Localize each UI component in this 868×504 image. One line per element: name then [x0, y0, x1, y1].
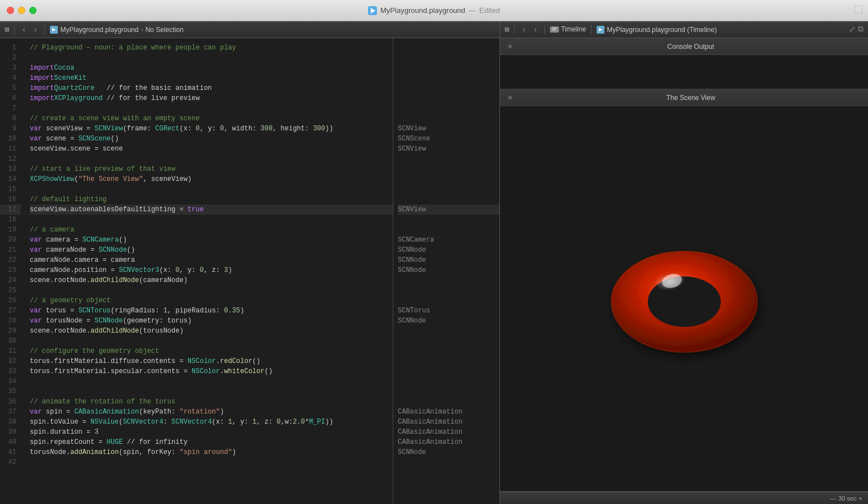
- resize-icon[interactable]: [855, 6, 862, 16]
- line-number: 37: [0, 407, 21, 417]
- code-line[interactable]: [30, 184, 393, 194]
- code-line[interactable]: torusNode.addAnimation(spin, forKey: "sp…: [30, 447, 393, 457]
- code-line[interactable]: [30, 215, 393, 225]
- line-number: 8: [0, 113, 21, 124]
- result-line: [398, 73, 499, 83]
- code-line[interactable]: var spin = CABasicAnimation(keyPath: "ro…: [30, 407, 393, 417]
- timeline-filename[interactable]: MyPlayground.playground (Timeline): [607, 26, 717, 34]
- minimize-button[interactable]: [18, 7, 25, 14]
- code-line[interactable]: scene.rootNode.addChildNode(torusNode): [30, 326, 393, 336]
- line-number: 5: [0, 83, 21, 93]
- grid-icon[interactable]: ⊞: [4, 25, 9, 34]
- code-line[interactable]: var scene = SCNScene(): [30, 134, 393, 144]
- result-value: SCNView: [398, 205, 426, 215]
- maximize-button[interactable]: [29, 7, 37, 14]
- scene-close-button[interactable]: ✕: [506, 93, 515, 102]
- code-line[interactable]: var torus = SCNTorus(ringRadius: 1, pipe…: [30, 306, 393, 316]
- line-number: 40: [0, 437, 21, 447]
- torus-scene: [589, 215, 780, 383]
- code-line[interactable]: sceneView.autoenablesDefaultLighting = t…: [30, 205, 393, 215]
- code-line[interactable]: import XCPlayground // for the live prev…: [30, 93, 393, 103]
- code-line[interactable]: spin.repeatCount = HUGE // for infinity: [30, 437, 393, 447]
- code-line[interactable]: import SceneKit: [30, 73, 393, 83]
- result-line: [398, 387, 499, 397]
- console-close-button[interactable]: ✕: [506, 42, 515, 51]
- right-back-button[interactable]: ‹: [520, 25, 528, 34]
- code-line[interactable]: [30, 103, 393, 113]
- breadcrumb-selection[interactable]: No Selection: [146, 26, 184, 34]
- result-line: CABasicAnimation: [398, 437, 499, 447]
- code-line[interactable]: var camera = SCNCamera(): [30, 235, 393, 245]
- result-value: CABasicAnimation: [398, 427, 462, 437]
- result-value: SCNView: [398, 124, 426, 134]
- result-line: [398, 113, 499, 124]
- code-line[interactable]: [30, 376, 393, 387]
- code-line[interactable]: import QuartzCore // for the basic anima…: [30, 83, 393, 93]
- timeline-icon: [550, 25, 559, 34]
- forward-button[interactable]: ›: [31, 25, 39, 34]
- line-number: 11: [0, 144, 21, 154]
- timeline-icon-wrap: Timeline: [550, 25, 586, 34]
- code-line[interactable]: cameraNode.camera = camera: [30, 255, 393, 265]
- window-controls[interactable]: [7, 7, 37, 14]
- code-line[interactable]: spin.toValue = NSValue(SCNVector4: SCNVe…: [30, 417, 393, 427]
- result-line: SCNNode: [398, 265, 499, 275]
- line-number: 6: [0, 93, 21, 103]
- code-line[interactable]: torus.firstMaterial.diffuse.contents = N…: [30, 356, 393, 366]
- code-line[interactable]: sceneView.scene = scene: [30, 144, 393, 154]
- title-status: —: [469, 6, 476, 15]
- back-button[interactable]: ‹: [20, 25, 28, 34]
- code-line[interactable]: // default lighting: [30, 194, 393, 205]
- output-panels: ✕ Console Output ✕ The Scene View: [500, 38, 868, 492]
- editor-content: 1234567891011121314151617181920212223242…: [0, 38, 499, 504]
- result-line: [398, 285, 499, 296]
- right-divider-2: [544, 25, 545, 34]
- code-line[interactable]: [30, 336, 393, 346]
- code-line[interactable]: [30, 387, 393, 397]
- right-divider-1: [514, 25, 515, 34]
- result-value: SCNTorus: [398, 306, 430, 316]
- close-button[interactable]: [7, 7, 14, 14]
- code-line[interactable]: [30, 457, 393, 467]
- code-line[interactable]: // animate the rotation of the torus: [30, 397, 393, 407]
- code-line[interactable]: var cameraNode = SCNNode(): [30, 245, 393, 255]
- code-line[interactable]: cameraNode.position = SCNVector3(x: 0, y…: [30, 265, 393, 275]
- code-line[interactable]: // a geometry object: [30, 296, 393, 306]
- result-line: [398, 63, 499, 73]
- code-area[interactable]: // Playground – noun: a place where peop…: [25, 38, 393, 504]
- timeline-label[interactable]: Timeline: [561, 25, 586, 33]
- line-number: 24: [0, 275, 21, 285]
- code-line[interactable]: // a camera: [30, 225, 393, 235]
- titlebar: MyPlayground.playground — Edited: [0, 0, 868, 21]
- file-icon: ▶: [50, 26, 58, 34]
- code-line[interactable]: var torusNode = SCNNode(geometry: torus): [30, 316, 393, 326]
- code-line[interactable]: // configure the geometry object: [30, 346, 393, 356]
- code-line[interactable]: XCPShowView("The Scene View", sceneView): [30, 174, 393, 184]
- code-line[interactable]: var sceneView = SCNView(frame: CGRect(x:…: [30, 124, 393, 134]
- breadcrumb-file[interactable]: ▶ MyPlayground.playground: [50, 26, 138, 34]
- result-line: [398, 174, 499, 184]
- scene-panel-title: The Scene View: [519, 94, 862, 102]
- code-line[interactable]: [30, 154, 393, 164]
- expand-icon[interactable]: ⤢: [849, 25, 856, 34]
- result-value: SCNNode: [398, 316, 426, 326]
- line-number: 1: [0, 43, 21, 53]
- right-grid-icon[interactable]: ⊞: [505, 25, 509, 34]
- code-line[interactable]: [30, 53, 393, 63]
- code-line[interactable]: // Playground – noun: a place where peop…: [30, 43, 393, 53]
- right-forward-button[interactable]: ›: [531, 25, 539, 34]
- code-line[interactable]: [30, 285, 393, 296]
- result-line: CABasicAnimation: [398, 427, 499, 437]
- split-icon[interactable]: ⧉: [858, 25, 864, 34]
- code-line[interactable]: // start a live preview of that view: [30, 164, 393, 174]
- breadcrumb-filename[interactable]: MyPlayground.playground: [60, 26, 138, 34]
- code-line[interactable]: spin.duration = 3: [30, 427, 393, 437]
- code-line[interactable]: torus.firstMaterial.specular.contents = …: [30, 366, 393, 376]
- code-line[interactable]: // create a scene view with an empty sce…: [30, 113, 393, 124]
- result-line: [398, 356, 499, 366]
- scene-view-panel: ✕ The Scene View: [500, 89, 868, 492]
- code-line[interactable]: import Cocoa: [30, 63, 393, 73]
- time-plus[interactable]: +: [859, 495, 862, 502]
- code-line[interactable]: scene.rootNode.addChildNode(cameraNode): [30, 275, 393, 285]
- result-value: CABasicAnimation: [398, 417, 462, 427]
